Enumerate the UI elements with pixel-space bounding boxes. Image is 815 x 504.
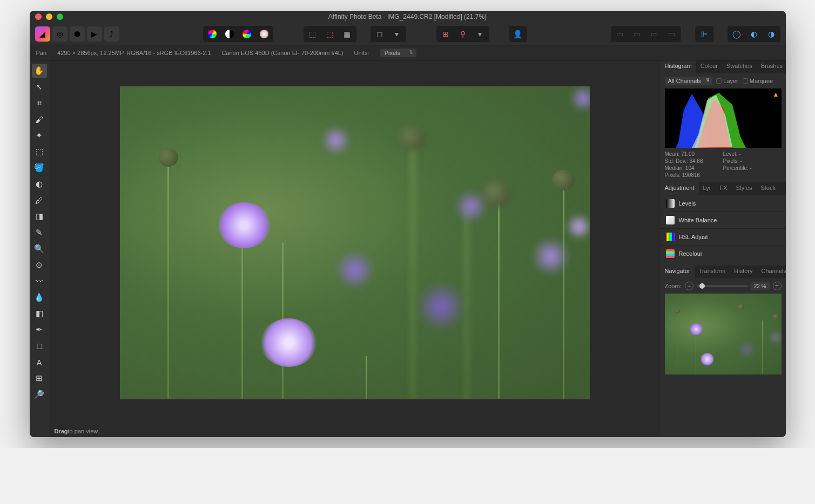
- tab-brushes[interactable]: Brushes: [757, 60, 786, 73]
- flood-tool[interactable]: 🪣: [32, 161, 47, 175]
- gradient-tool[interactable]: ◧: [32, 307, 47, 321]
- snap-icon[interactable]: ⚲: [455, 27, 471, 41]
- hue-icon[interactable]: [239, 27, 255, 41]
- hand-tool[interactable]: ✋: [32, 64, 47, 78]
- adjustment-hsl[interactable]: HSL Adjust: [661, 229, 786, 246]
- channel-select[interactable]: All Channels: [665, 77, 712, 85]
- navigator-preview[interactable]: [665, 294, 782, 374]
- contrast-icon[interactable]: [221, 27, 238, 41]
- adjustment-whitebalance[interactable]: White Balance: [661, 212, 786, 229]
- units-select[interactable]: Pixels: [380, 49, 416, 57]
- tab-transform[interactable]: Transform: [695, 265, 730, 278]
- toolbar: ◢ ◎ ⬢ ▶ ⤴ ⬚ ⬚ ▦ ◻ ▾ ⊞ ⚲ ▾: [30, 23, 786, 45]
- blur-tool[interactable]: 💧: [32, 290, 47, 304]
- stamp-tool[interactable]: ⊙: [32, 258, 47, 272]
- persona-develop[interactable]: ⬢: [70, 26, 85, 42]
- persona-liquify[interactable]: ◎: [52, 26, 68, 42]
- context-bar: Pan 4290 × 2856px, 12.25MP, RGBA/16 - sR…: [30, 45, 786, 60]
- tab-styles[interactable]: Styles: [731, 182, 756, 195]
- brush-tool[interactable]: 🖌: [32, 112, 47, 126]
- stat-percentile: Percentile: -: [723, 165, 782, 171]
- status-bold: Drag: [55, 428, 68, 434]
- move-tool[interactable]: ↖: [32, 80, 47, 94]
- stat-mean: Mean: 71.00: [665, 151, 723, 157]
- arrange-forward-icon[interactable]: ▭: [646, 27, 663, 41]
- window-title: Affinity Photo Beta - IMG_2449.CR2 [Modi…: [30, 13, 786, 21]
- eraser-tool[interactable]: ◨: [32, 209, 47, 223]
- arrange-back-icon[interactable]: ▭: [612, 27, 628, 41]
- pencil-tool[interactable]: ✎: [32, 226, 47, 240]
- tab-stock[interactable]: Stock: [756, 182, 780, 195]
- zoom-in-button[interactable]: +: [773, 282, 782, 290]
- stat-stddev: Std. Dev.: 34.68: [665, 158, 723, 164]
- adjustment-recolour[interactable]: Recolour: [661, 246, 786, 262]
- marquee-checkbox[interactable]: Marquee: [743, 78, 773, 84]
- inpaint-tool[interactable]: 〰: [32, 274, 47, 288]
- stat-level: Level: -: [723, 151, 782, 157]
- marquee-tool[interactable]: ⬚: [32, 145, 47, 159]
- tab-history[interactable]: History: [730, 265, 757, 278]
- zoom-out-button[interactable]: −: [685, 282, 693, 290]
- adjustment-list[interactable]: Levels White Balance HSL Adjust Recolour: [661, 195, 786, 265]
- canvas[interactable]: [49, 60, 661, 425]
- tab-swatches[interactable]: Swatches: [722, 60, 757, 73]
- mesh-tool[interactable]: ⊞: [32, 371, 47, 385]
- color-picker-tool[interactable]: ◐: [32, 177, 47, 191]
- selection-icon[interactable]: ⬚: [305, 27, 321, 41]
- zoom-tool[interactable]: 🔍: [32, 242, 47, 256]
- paintbrush-tool[interactable]: 🖊: [32, 193, 47, 207]
- intersect-icon[interactable]: ◐: [746, 27, 762, 41]
- tab-channels[interactable]: Channels: [757, 265, 786, 278]
- zoom-value[interactable]: 22 %: [751, 282, 770, 290]
- persona-switcher: ◢ ◎ ⬢ ▶ ⤴: [35, 26, 119, 42]
- shape-tool[interactable]: ◻: [32, 339, 47, 353]
- subtract-icon[interactable]: ◑: [763, 27, 779, 41]
- mask-dropdown-icon[interactable]: ▾: [389, 27, 405, 41]
- stat-median: Median: 104: [665, 165, 723, 171]
- tone-icon[interactable]: [256, 27, 272, 41]
- status-bar: Drag to pan view.: [49, 425, 661, 437]
- colorwheel-icon[interactable]: [204, 27, 220, 41]
- layer-checkbox[interactable]: Layer: [716, 78, 738, 84]
- persona-tonemap[interactable]: ▶: [87, 26, 102, 42]
- arrange-front-icon[interactable]: ▭: [664, 27, 680, 41]
- persona-export[interactable]: ⤴: [104, 26, 119, 42]
- align-icon[interactable]: ⊫: [696, 27, 712, 41]
- units-label: Units:: [354, 50, 369, 56]
- adjustment-tabs: Adjustment Lyr FX Styles Stock: [661, 182, 786, 195]
- tab-navigator[interactable]: Navigator: [661, 265, 695, 278]
- toolbox: ✋ ↖ ⌗ 🖌 ✦ ⬚ 🪣 ◐ 🖊 ◨ ✎ 🔍 ⊙ 〰 💧 ◧ ✒ ◻ A ⊞ …: [30, 60, 49, 437]
- assistant-icon[interactable]: 👤: [510, 27, 526, 41]
- tab-histogram[interactable]: Histogram: [661, 60, 696, 73]
- arrange-backward-icon[interactable]: ▭: [629, 27, 645, 41]
- histogram-display: ▲: [665, 88, 782, 148]
- invert-selection-icon[interactable]: ▦: [339, 27, 355, 41]
- warning-icon: ▲: [773, 91, 779, 98]
- tab-colour[interactable]: Colour: [696, 60, 722, 73]
- mask-icon[interactable]: ◻: [372, 27, 388, 41]
- histogram-tabs: Histogram Colour Swatches Brushes: [661, 60, 786, 73]
- crop-tool[interactable]: ⌗: [32, 96, 47, 110]
- add-layer-icon[interactable]: ◯: [729, 27, 745, 41]
- stat-pixels: Pixels: 190816: [665, 172, 723, 178]
- titlebar: Affinity Photo Beta - IMG_2449.CR2 [Modi…: [30, 11, 786, 23]
- text-tool[interactable]: A: [32, 355, 47, 369]
- app-window: Affinity Photo Beta - IMG_2449.CR2 [Modi…: [30, 11, 786, 437]
- tab-lyr[interactable]: Lyr: [699, 182, 716, 195]
- persona-photo[interactable]: ◢: [35, 26, 50, 42]
- magnify-tool[interactable]: 🔎: [32, 387, 47, 401]
- camera-info: Canon EOS 450D (Canon EF 70-200mm f/4L): [222, 50, 343, 56]
- heal-tool[interactable]: ✦: [32, 128, 47, 142]
- snap-dropdown-icon[interactable]: ▾: [472, 27, 488, 41]
- tab-adjustment[interactable]: Adjustment: [661, 182, 699, 195]
- navigator-tabs: Navigator Transform History Channels: [661, 265, 786, 278]
- pen-tool[interactable]: ✒: [32, 323, 47, 337]
- zoom-label: Zoom:: [665, 283, 682, 289]
- zoom-slider[interactable]: [697, 285, 747, 287]
- tab-fx[interactable]: FX: [715, 182, 731, 195]
- grid-icon[interactable]: ⊞: [437, 27, 454, 41]
- deselect-icon[interactable]: ⬚: [322, 27, 338, 41]
- image-dimensions: 4290 × 2856px, 12.25MP, RGBA/16 - sRGB I…: [57, 50, 211, 56]
- adjustment-levels[interactable]: Levels: [661, 195, 786, 212]
- image-preview: [120, 86, 590, 399]
